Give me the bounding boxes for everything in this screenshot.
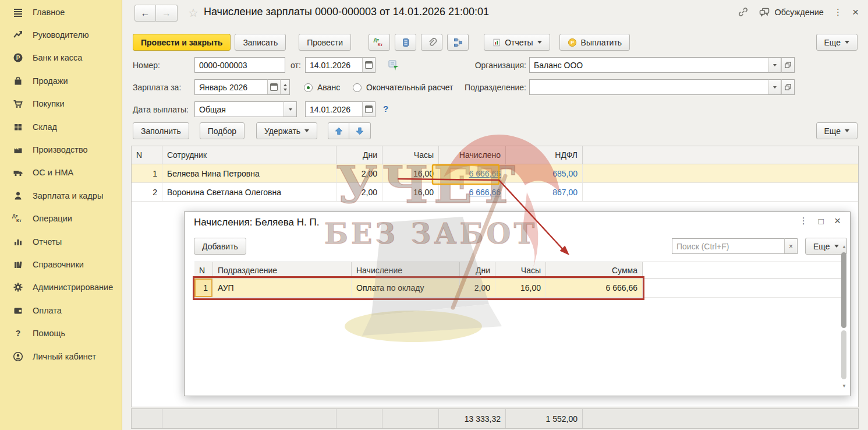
move-down-button[interactable] (349, 122, 371, 139)
sidebar-item-assets[interactable]: ОС и НМА (0, 161, 122, 184)
hr-icon (11, 190, 25, 202)
sidebar-item-catalogs[interactable]: Справочники (0, 253, 122, 276)
sidebar-item-manager[interactable]: Руководителю (0, 23, 122, 46)
close-icon[interactable]: × (852, 8, 859, 17)
dtkt-register-button[interactable]: ДтКт (369, 34, 390, 51)
more-button-top[interactable]: Еще (816, 34, 858, 51)
scrollbar-track[interactable] (841, 330, 846, 379)
more-button-table[interactable]: Еще (816, 122, 858, 139)
search-input[interactable] (672, 238, 785, 254)
scroll-up-icon[interactable]: ▲ (841, 244, 847, 249)
column-header[interactable]: N (132, 146, 162, 164)
number-field[interactable] (194, 57, 285, 73)
help-link[interactable]: ? (383, 104, 388, 114)
move-up-button[interactable] (328, 122, 349, 139)
fill-button[interactable]: Заполнить (133, 122, 189, 139)
save-button[interactable]: Записать (235, 34, 286, 51)
chevron-down-icon (773, 64, 777, 66)
salary-period-spinner[interactable] (280, 79, 290, 95)
maximize-icon[interactable]: □ (819, 217, 824, 225)
set-posting-time-button[interactable] (388, 59, 400, 72)
sidebar-item-account[interactable]: Личный кабинет (0, 345, 122, 368)
department-field[interactable] (529, 79, 768, 95)
accrued-amount-link[interactable]: 6 666,66 (469, 169, 501, 178)
department-label: Подразделение: (448, 83, 526, 92)
sidebar-item-bank[interactable]: Р Банк и касса (0, 47, 122, 69)
accruals-dialog: Начисления: Беляева Н. П. ⋮ □ × Добавить… (184, 212, 851, 396)
column-header[interactable]: НДФЛ (506, 146, 583, 164)
sidebar-item-label: Руководителю (33, 30, 89, 40)
add-button[interactable]: Добавить (194, 238, 246, 255)
close-icon[interactable]: × (834, 216, 841, 225)
organization-dropdown-button[interactable] (768, 57, 781, 73)
sidebar-item-label: Склад (33, 122, 57, 132)
withhold-button[interactable]: Удержать (256, 122, 317, 139)
sidebar-item-reports[interactable]: Отчеты (0, 230, 122, 253)
table-row[interactable]: 1 АУП Оплата по окладу 2,00 16,00 6 666,… (194, 279, 842, 298)
kebab-menu-icon[interactable]: ⋮ (834, 8, 842, 16)
column-header[interactable]: Дни (336, 146, 382, 164)
scrollbar-thumb[interactable] (841, 252, 846, 328)
sidebar-item-purchases[interactable]: Покупки (0, 93, 122, 115)
advance-radio[interactable]: Аванс (304, 83, 340, 92)
related-documents-button[interactable] (447, 34, 469, 51)
column-header[interactable]: Сотрудник (162, 146, 336, 164)
search-clear-button[interactable]: × (784, 238, 798, 254)
accrued-amount-link[interactable]: 6 666,66 (469, 188, 501, 197)
department-open-button[interactable] (781, 79, 795, 95)
table-row[interactable]: 1 Беляева Нина Петровна 2,00 16,00 6 666… (132, 164, 858, 183)
sidebar-item-warehouse[interactable]: Склад (0, 115, 122, 138)
pay-date-mode-dropdown-button[interactable] (284, 101, 297, 117)
attachments-button[interactable] (421, 34, 442, 51)
sales-icon (11, 75, 25, 87)
doc-date-field[interactable] (305, 57, 363, 73)
column-header[interactable]: Подразделение (213, 262, 352, 278)
sidebar-item-operations[interactable]: ДтКт Операции (0, 207, 122, 230)
final-settlement-radio[interactable]: Окончательный расчет (353, 83, 453, 92)
sidebar-item-help[interactable]: ? Помощь (0, 322, 122, 344)
sidebar-item-production[interactable]: Производство (0, 138, 122, 161)
sidebar-item-payment[interactable]: Оплата (0, 299, 122, 322)
organization-field[interactable] (529, 57, 768, 73)
column-header[interactable]: N (194, 262, 213, 278)
register-records-button[interactable] (395, 34, 416, 51)
totals-row: 13 333,32 1 552,00 (131, 408, 859, 429)
chevron-down-icon (845, 129, 849, 132)
dialog-scrollbar[interactable]: ▲ ▼ (841, 244, 848, 389)
forward-button[interactable]: → (156, 5, 178, 22)
calendar-icon (270, 83, 278, 91)
column-header[interactable]: Часы (382, 146, 439, 164)
pay-button[interactable]: РВыплатить (559, 34, 630, 51)
sidebar-item-main[interactable]: Главное (0, 1, 122, 23)
scroll-down-icon[interactable]: ▼ (841, 383, 847, 389)
kebab-menu-icon[interactable]: ⋮ (799, 217, 808, 225)
salary-period-calendar-button[interactable] (267, 79, 281, 95)
link-icon[interactable] (738, 6, 749, 17)
column-header[interactable]: Часы (495, 262, 546, 278)
salary-period-field[interactable] (194, 79, 268, 95)
sidebar-item-administration[interactable]: Администрирование (0, 276, 122, 299)
pay-date-calendar-button[interactable] (362, 101, 375, 117)
sidebar-item-sales[interactable]: Продажи (0, 69, 122, 92)
reports-button[interactable]: Отчеты (484, 34, 550, 51)
discussion-button[interactable]: Обсуждение (759, 7, 823, 17)
doc-date-calendar-button[interactable] (362, 57, 375, 73)
back-button[interactable]: ← (134, 5, 156, 22)
post-and-close-button[interactable]: Провести и закрыть (133, 34, 231, 51)
table-row[interactable]: 2 Воронина Светлана Олеговна 2,00 16,00 … (132, 183, 858, 202)
column-header[interactable]: Начислено (439, 146, 506, 164)
page-title: Начисление зарплаты 0000-000003 от 14.01… (204, 6, 489, 18)
sidebar-item-hr[interactable]: Зарплата и кадры (0, 184, 122, 207)
accruals-table-header: N Подразделение Начисление Дни Часы Сумм… (194, 262, 842, 279)
column-header[interactable]: Сумма (546, 262, 643, 278)
admin-icon (11, 281, 25, 293)
favorite-star-icon[interactable]: ☆ (188, 6, 199, 20)
pay-date-mode-field[interactable] (194, 101, 284, 117)
department-dropdown-button[interactable] (768, 79, 781, 95)
pick-button[interactable]: Подбор (200, 122, 245, 139)
column-header[interactable]: Дни (460, 262, 495, 278)
pay-date-field[interactable] (305, 101, 363, 117)
post-button[interactable]: Провести (299, 34, 351, 51)
column-header[interactable]: Начисление (352, 262, 460, 278)
organization-open-button[interactable] (781, 57, 795, 73)
